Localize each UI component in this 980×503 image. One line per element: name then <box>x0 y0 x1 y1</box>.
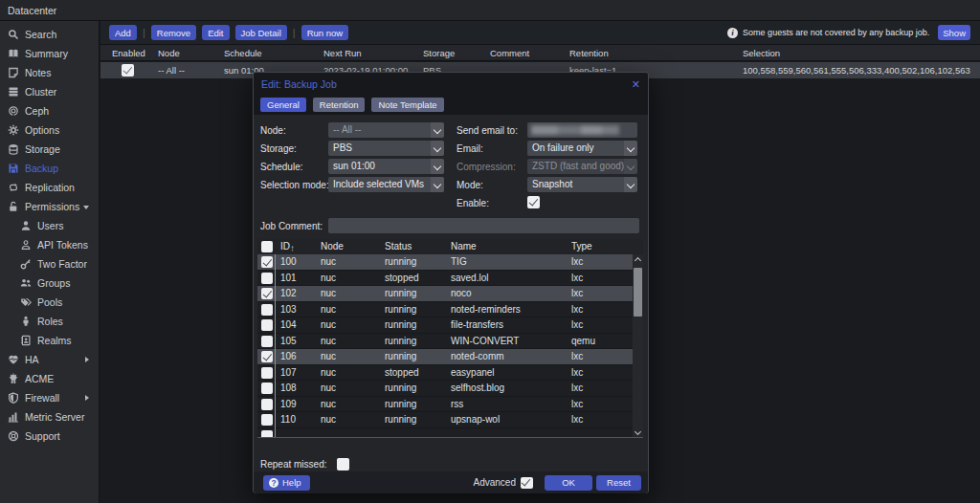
sidebar-item-support[interactable]: Support <box>0 426 99 446</box>
vm-row-checkbox[interactable] <box>261 288 273 299</box>
sidebar-item-summary[interactable]: Summary <box>0 44 99 63</box>
sidebar-item-cluster[interactable]: Cluster <box>0 82 99 101</box>
vm-row-checkbox[interactable] <box>261 273 273 284</box>
sidebar-item-label: Replication <box>25 182 75 193</box>
remove-button[interactable]: Remove <box>151 25 196 40</box>
vm-row-checkbox[interactable] <box>261 383 273 394</box>
column-header-enabled[interactable]: Enabled <box>112 48 145 58</box>
vm-column-header-name[interactable]: Name <box>451 241 477 252</box>
vm-cell-status: stopped <box>385 273 419 283</box>
sidebar-item-storage[interactable]: Storage <box>0 140 99 159</box>
sidebar-item-backup[interactable]: Backup <box>0 159 99 178</box>
vm-row-checkbox[interactable] <box>261 336 273 347</box>
vm-grid-scrollbar[interactable] <box>633 254 643 437</box>
sidebar-item-notes[interactable]: Notes <box>0 63 99 82</box>
vm-row-106[interactable]: 106nucrunningnoted-commlxc <box>257 349 643 365</box>
tab-note-template[interactable]: Note Template <box>371 98 443 112</box>
email-mode-select[interactable]: On failure only <box>527 141 637 156</box>
scroll-down-icon[interactable] <box>633 426 643 437</box>
vm-row-108[interactable]: 108nucrunningselfhost.bloglxc <box>257 381 643 397</box>
reset-button[interactable]: Reset <box>596 475 641 491</box>
sidebar-item-api-tokens[interactable]: API Tokens <box>0 235 99 254</box>
vm-row-107[interactable]: 107nucstoppedeasypanellxc <box>257 365 643 382</box>
vm-row-checkbox[interactable] <box>261 367 273 379</box>
enabled-checkbox[interactable] <box>122 64 134 77</box>
vm-cell-status: running <box>385 351 416 361</box>
vm-row-checkbox[interactable] <box>261 319 273 331</box>
vm-row-partial[interactable] <box>257 428 643 438</box>
sidebar-item-label: Ceph <box>25 105 49 117</box>
sidebar-item-permissions[interactable]: Permissions <box>0 197 99 216</box>
close-icon[interactable]: ✕ <box>632 78 640 91</box>
sidebar-item-ha[interactable]: HA <box>0 350 99 369</box>
job-comment-input[interactable] <box>328 218 639 233</box>
tab-general[interactable]: General <box>260 98 306 112</box>
column-header-schedule[interactable]: Schedule <box>224 48 262 58</box>
schedule-combo[interactable]: sun 01:00 <box>328 159 444 174</box>
vm-row-105[interactable]: 105nucrunningWIN-CONVERTqemu <box>257 334 643 350</box>
node-select[interactable]: -- All -- <box>328 122 444 138</box>
vm-row-104[interactable]: 104nucrunningfile-transferslxc <box>257 317 643 334</box>
sidebar-item-users[interactable]: Users <box>0 216 99 235</box>
vm-row-checkbox[interactable] <box>261 256 273 268</box>
sidebar-item-options[interactable]: Options <box>0 120 99 140</box>
vm-row-110[interactable]: 110nucrunningupsnap-wollxc <box>257 412 643 428</box>
column-header-node[interactable]: Node <box>158 48 180 58</box>
edit-button[interactable]: Edit <box>202 25 229 40</box>
vm-row-103[interactable]: 103nucrunningnoted-reminderslxc <box>257 302 643 318</box>
show-button[interactable]: Show <box>938 25 970 40</box>
storage-select[interactable]: PBS <box>328 141 444 156</box>
vm-column-header-type[interactable]: Type <box>571 241 592 252</box>
column-header-selection[interactable]: Selection <box>743 48 780 58</box>
vm-column-header-status[interactable]: Status <box>385 241 412 252</box>
sidebar-item-realms[interactable]: Realms <box>0 331 99 350</box>
sidebar-item-pools[interactable]: Pools <box>0 293 99 312</box>
vm-row-checkbox[interactable] <box>261 414 273 426</box>
caret-right-icon[interactable] <box>85 395 89 401</box>
tab-retention[interactable]: Retention <box>313 98 366 112</box>
vm-row-101[interactable]: 101nucstoppedsaved.lollxc <box>257 271 643 287</box>
vm-row-checkbox[interactable] <box>261 430 273 438</box>
column-header-retention[interactable]: Retention <box>569 48 609 58</box>
vm-row-109[interactable]: 109nucrunningrsslxc <box>257 397 643 413</box>
sidebar-item-two-factor[interactable]: Two Factor <box>0 254 99 273</box>
sidebar-item-replication[interactable]: Replication <box>0 178 99 197</box>
sidebar-item-ceph[interactable]: Ceph <box>0 101 99 120</box>
selection-mode-select[interactable]: Include selected VMs <box>328 177 444 192</box>
advanced-checkbox[interactable] <box>521 477 533 489</box>
send-email-input[interactable] <box>527 122 637 138</box>
vm-row-102[interactable]: 102nucrunningnocolxc <box>257 286 643 302</box>
vm-row-checkbox[interactable] <box>261 304 273 316</box>
select-all-checkbox[interactable] <box>261 241 273 252</box>
scrollbar-thumb[interactable] <box>634 268 642 317</box>
column-header-next-run[interactable]: Next Run <box>323 48 362 58</box>
column-header-comment[interactable]: Comment <box>490 48 529 58</box>
caret-down-icon[interactable] <box>83 206 89 209</box>
sidebar-item-search[interactable]: Search <box>0 25 99 44</box>
job-detail-button[interactable]: Job Detail <box>235 25 287 40</box>
vm-row-100[interactable]: 100nucrunningTIGlxc <box>257 254 643 271</box>
vm-column-header-id[interactable]: ID ↑ <box>280 241 290 252</box>
repeat-missed-checkbox[interactable] <box>337 458 349 470</box>
sidebar-item-groups[interactable]: Groups <box>0 273 99 293</box>
column-header-storage[interactable]: Storage <box>423 48 455 58</box>
sidebar-item-acme[interactable]: ACME <box>0 369 99 388</box>
scroll-up-icon[interactable] <box>633 254 643 265</box>
mode-select[interactable]: Snapshot <box>527 177 637 192</box>
sidebar-item-firewall[interactable]: Firewall <box>0 388 99 407</box>
sidebar-item-roles[interactable]: Roles <box>0 312 99 331</box>
add-button[interactable]: Add <box>109 25 137 40</box>
toolbar-separator: | <box>143 27 145 38</box>
backup-table-header: EnabledNodeScheduleNext RunStorageCommen… <box>100 45 980 61</box>
sidebar-item-metric-server[interactable]: Metric Server <box>0 407 99 426</box>
dialog-header[interactable]: Edit: Backup Job ✕ <box>254 73 648 96</box>
vm-cell-type: lxc <box>571 304 583 315</box>
vm-row-checkbox[interactable] <box>261 351 273 362</box>
help-button[interactable]: ? Help <box>263 475 310 491</box>
vm-row-checkbox[interactable] <box>261 399 273 410</box>
run-now-button[interactable]: Run now <box>301 25 349 40</box>
caret-right-icon[interactable] <box>85 357 89 362</box>
vm-column-header-node[interactable]: Node <box>321 241 344 252</box>
enable-checkbox[interactable] <box>527 196 540 208</box>
ok-button[interactable]: OK <box>545 475 592 491</box>
